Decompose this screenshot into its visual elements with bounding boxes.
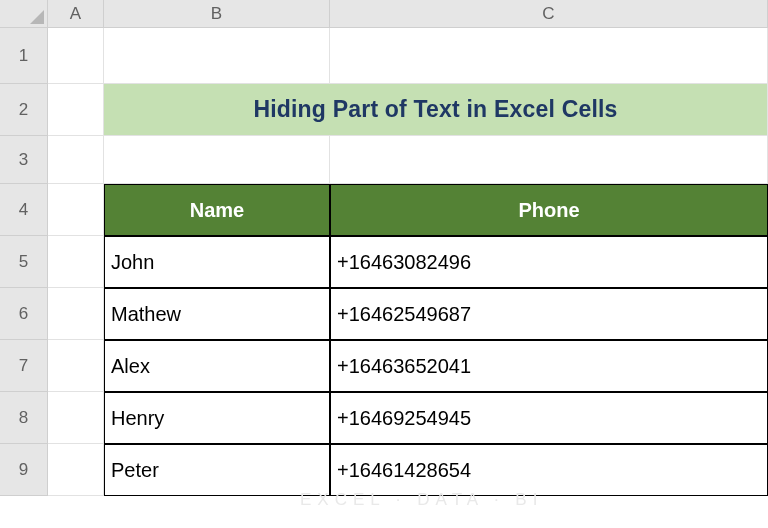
cell-phone[interactable]: +16461428654 — [330, 444, 768, 496]
cell-C1[interactable] — [330, 28, 768, 84]
row-header-4[interactable]: 4 — [0, 184, 48, 236]
cell-A3[interactable] — [48, 136, 104, 184]
cell-A1[interactable] — [48, 28, 104, 84]
cell-name[interactable]: Alex — [104, 340, 330, 392]
select-all-corner[interactable] — [0, 0, 48, 28]
cell-name[interactable]: John — [104, 236, 330, 288]
cell-A8[interactable] — [48, 392, 104, 444]
row-header-7[interactable]: 7 — [0, 340, 48, 392]
cell-A2[interactable] — [48, 84, 104, 136]
cell-phone[interactable]: +16462549687 — [330, 288, 768, 340]
row-header-9[interactable]: 9 — [0, 444, 48, 496]
cell-name[interactable]: Henry — [104, 392, 330, 444]
cell-name[interactable]: Mathew — [104, 288, 330, 340]
cell-B3[interactable] — [104, 136, 330, 184]
table-row: John +16463082496 — [48, 236, 768, 288]
col-header-C[interactable]: C — [330, 0, 768, 28]
table-row: Alex +16463652041 — [48, 340, 768, 392]
cell-phone[interactable]: +16469254945 — [330, 392, 768, 444]
cell-phone[interactable]: +16463652041 — [330, 340, 768, 392]
cell-B1[interactable] — [104, 28, 330, 84]
column-headers: A B C — [48, 0, 768, 28]
col-header-A[interactable]: A — [48, 0, 104, 28]
cell-A9[interactable] — [48, 444, 104, 496]
grid-row: Name Phone — [48, 184, 768, 236]
table-row: Peter +16461428654 — [48, 444, 768, 496]
row-header-2[interactable]: 2 — [0, 84, 48, 136]
select-all-triangle-icon — [30, 10, 44, 24]
cell-A7[interactable] — [48, 340, 104, 392]
row-header-1[interactable]: 1 — [0, 28, 48, 84]
col-header-B[interactable]: B — [104, 0, 330, 28]
cell-name[interactable]: Peter — [104, 444, 330, 496]
row-headers: 1 2 3 4 5 6 7 8 9 — [0, 28, 48, 496]
title-cell[interactable]: Hiding Part of Text in Excel Cells — [104, 84, 768, 136]
cell-A6[interactable] — [48, 288, 104, 340]
table-header-name[interactable]: Name — [104, 184, 330, 236]
cell-phone[interactable]: +16463082496 — [330, 236, 768, 288]
cell-A5[interactable] — [48, 236, 104, 288]
spreadsheet: A B C 1 2 3 4 5 6 7 8 9 Hiding Part of T… — [0, 0, 768, 528]
grid-row — [48, 136, 768, 184]
row-header-8[interactable]: 8 — [0, 392, 48, 444]
table-row: Henry +16469254945 — [48, 392, 768, 444]
grid-row — [48, 28, 768, 84]
cell-A4[interactable] — [48, 184, 104, 236]
row-header-6[interactable]: 6 — [0, 288, 48, 340]
table-header-phone[interactable]: Phone — [330, 184, 768, 236]
grid-row: Hiding Part of Text in Excel Cells — [48, 84, 768, 136]
cell-C3[interactable] — [330, 136, 768, 184]
cell-grid: Hiding Part of Text in Excel Cells Name … — [48, 28, 768, 496]
row-header-5[interactable]: 5 — [0, 236, 48, 288]
row-header-3[interactable]: 3 — [0, 136, 48, 184]
table-row: Mathew +16462549687 — [48, 288, 768, 340]
